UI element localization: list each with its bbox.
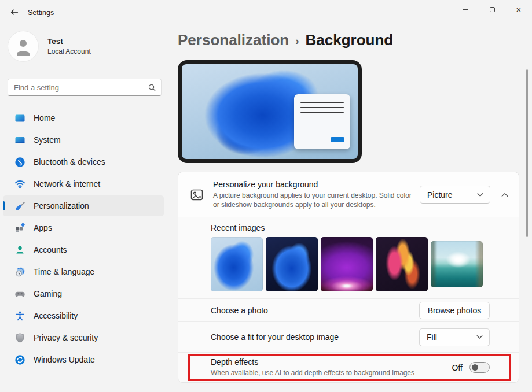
toggle-knob [472, 364, 478, 371]
sidebar-item-label: Privacy & security [34, 333, 98, 342]
personalize-title: Personalize your background [213, 180, 413, 189]
chevron-up-icon [501, 193, 508, 197]
sidebar-item-accounts[interactable]: Accounts [3, 239, 164, 260]
preview-wallpaper [182, 64, 358, 159]
sidebar-item-privacy-security[interactable]: Privacy & security [3, 327, 164, 348]
accounts-icon [14, 245, 25, 256]
fit-value: Fill [427, 332, 437, 342]
sidebar-item-windows-update[interactable]: Windows Update [3, 349, 164, 370]
gaming-icon [14, 289, 25, 299]
background-settings-card: Personalize your background A picture ba… [178, 172, 519, 383]
sidebar-item-network-internet[interactable]: Network & internet [3, 173, 164, 194]
sidebar-item-home[interactable]: Home [3, 108, 164, 128]
sidebar-item-bluetooth-devices[interactable]: Bluetooth & devices [3, 151, 164, 172]
back-arrow-icon [10, 8, 19, 17]
recent-image-river-sunrise[interactable] [431, 241, 483, 287]
fit-dropdown[interactable]: Fill [419, 328, 490, 346]
sidebar-item-apps[interactable]: Apps [3, 217, 164, 238]
choose-photo-row: Choose a photo Browse photos [178, 298, 519, 321]
sidebar-item-label: Bluetooth & devices [34, 157, 105, 167]
depth-effects-toggle[interactable] [469, 362, 490, 373]
user-account-type: Local Account [47, 47, 91, 56]
choose-photo-label: Choose a photo [211, 306, 268, 315]
background-type-value: Picture [427, 190, 453, 199]
sidebar-item-label: Home [34, 113, 55, 123]
network-icon [14, 179, 25, 190]
depth-effects-row: Depth effects When available, use AI to … [178, 352, 519, 382]
choose-fit-label: Choose a fit for your desktop image [211, 332, 339, 342]
search-box[interactable] [8, 79, 162, 96]
sidebar-item-label: Time & language [34, 267, 94, 276]
recent-images-label: Recent images [211, 223, 509, 232]
maximize-icon [490, 7, 495, 12]
sidebar-item-label: Apps [34, 223, 52, 232]
person-icon [13, 36, 33, 56]
time-language-icon [14, 267, 25, 278]
recent-image-windows-bloom-dark[interactable] [266, 237, 318, 291]
personalize-description: A picture background applies to your cur… [213, 191, 413, 209]
accessibility-icon [14, 310, 25, 321]
sidebar-item-label: Gaming [34, 289, 62, 298]
close-icon: × [516, 5, 522, 14]
preview-accent-button [331, 137, 344, 142]
personalization-icon [14, 201, 25, 212]
minimize-icon [463, 9, 468, 10]
sidebar-item-accessibility[interactable]: Accessibility [3, 305, 164, 326]
user-profile[interactable]: Test Local Account [8, 31, 91, 61]
avatar [8, 31, 38, 61]
background-preview [178, 60, 362, 163]
browse-photos-button[interactable]: Browse photos [419, 302, 490, 319]
chevron-down-icon [476, 335, 483, 339]
sidebar-item-label: Personalization [34, 201, 89, 210]
depth-effects-description: When available, use AI to add depth effe… [211, 368, 452, 378]
breadcrumb-parent[interactable]: Personalization [178, 31, 289, 49]
search-input[interactable] [14, 83, 148, 92]
user-name: Test [47, 37, 91, 46]
breadcrumb-separator: › [295, 35, 299, 47]
sidebar-item-label: Network & internet [34, 179, 100, 188]
sidebar-item-label: Windows Update [34, 355, 95, 364]
title-bar: Settings × [0, 0, 532, 23]
maximize-button[interactable] [479, 0, 505, 19]
apps-icon [14, 223, 25, 234]
scrollbar[interactable] [526, 69, 528, 237]
image-icon [190, 188, 204, 202]
windows-update-icon [14, 354, 25, 365]
minimize-button[interactable] [452, 0, 479, 19]
sidebar-item-label: System [34, 135, 61, 145]
personalize-background-row[interactable]: Personalize your background A picture ba… [178, 172, 519, 217]
recent-image-purple-glow[interactable] [321, 237, 373, 291]
window-controls: × [452, 0, 532, 19]
back-button[interactable] [7, 6, 22, 19]
privacy-icon [14, 332, 25, 343]
sidebar-nav: HomeSystemBluetooth & devicesNetwork & i… [3, 108, 164, 371]
sidebar-item-label: Accessibility [34, 311, 78, 320]
background-type-dropdown[interactable]: Picture [420, 186, 490, 204]
depth-effects-title: Depth effects [211, 357, 452, 367]
recent-images-list [211, 237, 509, 291]
page-title: Background [305, 31, 393, 49]
bluetooth-icon [14, 157, 25, 168]
choose-fit-row: Choose a fit for your desktop image Fill [178, 321, 519, 352]
breadcrumb: Personalization › Background [178, 31, 393, 49]
home-icon [14, 113, 25, 124]
sidebar-item-system[interactable]: System [3, 130, 164, 150]
window-title: Settings [28, 9, 54, 17]
sidebar: Test Local Account HomeSystemBluetooth &… [0, 23, 169, 392]
depth-effects-state-label: Off [452, 363, 463, 372]
chevron-down-icon [477, 193, 483, 197]
sidebar-item-gaming[interactable]: Gaming [3, 283, 164, 304]
recent-image-windows-bloom-light[interactable] [211, 237, 263, 291]
recent-image-abstract-ribbons[interactable] [376, 237, 428, 291]
preview-sample-window [294, 94, 350, 149]
expander-collapse-button[interactable] [500, 193, 509, 197]
recent-images-section: Recent images [178, 217, 519, 298]
sidebar-item-time-language[interactable]: Time & language [3, 261, 164, 282]
close-button[interactable]: × [505, 0, 532, 19]
system-icon [14, 135, 25, 146]
search-icon [148, 83, 156, 92]
sidebar-item-label: Accounts [34, 245, 67, 254]
sidebar-item-personalization[interactable]: Personalization [3, 195, 164, 216]
